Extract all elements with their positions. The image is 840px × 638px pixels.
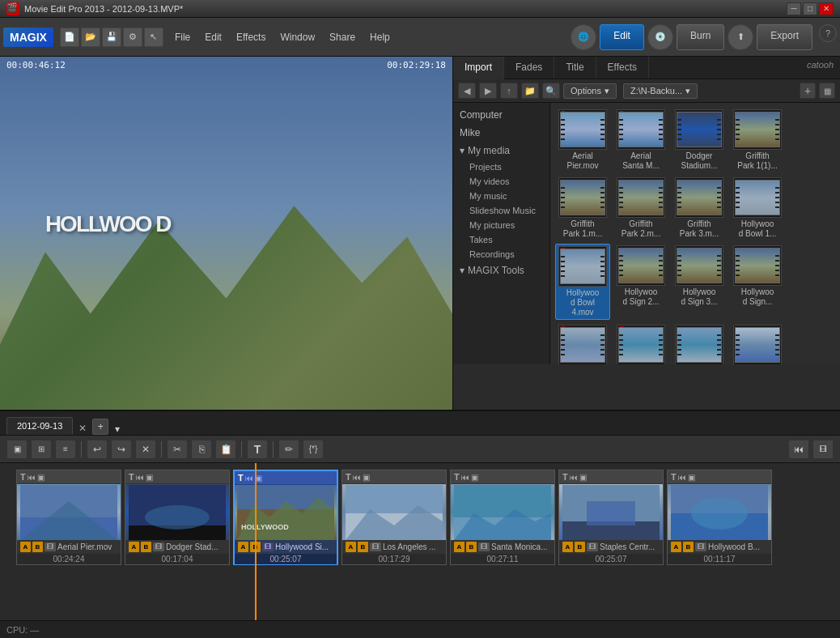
undo-btn[interactable]: ↩ xyxy=(87,440,108,459)
maximize-button[interactable]: □ xyxy=(803,2,817,15)
close-button[interactable]: ✕ xyxy=(819,2,834,15)
tree-mypictures[interactable]: My pictures xyxy=(453,218,549,232)
tree-myvideos[interactable]: My videos xyxy=(453,174,549,189)
tree-mymusic[interactable]: My music xyxy=(453,189,549,203)
new-button[interactable]: 📄 xyxy=(60,28,79,47)
clip-staples[interactable]: T ⏮ ▣ A B 🎞 Staples Centr... xyxy=(558,470,664,565)
file-griffith-park1[interactable]: GriffithPark 1(1)... xyxy=(730,108,785,172)
up-button[interactable]: ↑ xyxy=(500,83,518,99)
burn-mode-button[interactable]: Burn xyxy=(677,24,724,50)
svg-point-21 xyxy=(691,497,748,530)
clip-name: Aerial Pier.mov xyxy=(57,542,117,551)
tree-mymedia[interactable]: ▾ My media xyxy=(453,142,549,160)
menu-file[interactable]: File xyxy=(168,28,197,46)
text-btn[interactable]: T xyxy=(247,440,268,459)
prev-scene-btn[interactable]: ⏮ xyxy=(788,440,809,459)
open-button[interactable]: 📂 xyxy=(81,28,100,47)
file-losangeles[interactable]: LosAngeles ... xyxy=(555,323,610,364)
delete-btn[interactable]: ✕ xyxy=(135,440,156,459)
view-mode-btn[interactable]: ▣ xyxy=(6,440,28,459)
grid-view-button[interactable]: ▦ xyxy=(819,83,835,99)
file-hwbowl1[interactable]: Hollywood Bowl 1... xyxy=(730,176,785,240)
tree-magixtools[interactable]: ▾ MAGIX Tools xyxy=(453,262,549,279)
timeline-section: 2012-09-13 ✕ + ▾ ▣ ⊞ ≡ ↩ ↪ ✕ ✂ ⎘ 📋 T ✏ {… xyxy=(0,410,840,620)
tree-projects[interactable]: Projects xyxy=(453,160,549,174)
export-mode-button[interactable]: Export xyxy=(757,24,812,50)
file-hwbowl4[interactable]: Hollywood Bowl4.mov xyxy=(555,244,610,320)
clip-b-badge: B xyxy=(32,542,43,552)
tab-import[interactable]: Import xyxy=(453,57,504,79)
timeline-add-tab[interactable]: + xyxy=(92,419,108,435)
clip-footer: A B 🎞 Dodger Stad... xyxy=(125,540,229,554)
timeline-tab[interactable]: 2012-09-13 xyxy=(6,417,73,435)
film-mode-btn[interactable]: 🎞 xyxy=(812,440,834,459)
menu-window[interactable]: Window xyxy=(274,28,321,46)
clip-footer: A B 🎞 Hollywood B... xyxy=(668,540,771,554)
cut-btn[interactable]: ✂ xyxy=(167,440,188,459)
internet-button[interactable]: 🌐 xyxy=(571,24,596,50)
list-view-btn[interactable]: ≡ xyxy=(55,440,76,459)
minimize-button[interactable]: ─ xyxy=(787,2,801,15)
tree-mike[interactable]: Mike xyxy=(453,124,549,142)
file-hwsign2[interactable]: Hollywood Sign 2... xyxy=(613,244,668,320)
settings-button[interactable]: ⚙ xyxy=(123,28,142,47)
clip-losangeles[interactable]: T ⏮ ▣ A B 🎞 Los Angeles ... xyxy=(342,470,447,565)
add-button[interactable]: + xyxy=(800,83,816,99)
draw-btn[interactable]: ✏ xyxy=(278,440,299,459)
timeline-track[interactable]: T ⏮ ▣ A B 🎞 Aerial Pier.mov xyxy=(0,463,840,620)
thumb-hwsign xyxy=(733,245,782,286)
file-hwsign3[interactable]: Hollywood Sign 3... xyxy=(672,244,727,320)
clip-hollywood[interactable]: T ⏮ ▣ HOLLYWOOD A B 🎞 Hollywoo xyxy=(233,470,338,565)
file-griffith1[interactable]: GriffithPark 1.m... xyxy=(555,176,610,240)
file-dodger[interactable]: DodgerStadium... xyxy=(672,108,727,172)
clip-name: Dodger Stad... xyxy=(166,542,226,551)
cursor-button[interactable]: ↖ xyxy=(144,28,163,47)
tab-effects[interactable]: Effects xyxy=(596,57,649,79)
clip-santamonica[interactable]: T ⏮ ▣ A B 🎞 Santa Monica... xyxy=(450,470,555,565)
folder-button[interactable]: 📁 xyxy=(521,83,539,99)
file-aerial-santa[interactable]: AerialSanta M... xyxy=(613,108,668,172)
file-hwsign[interactable]: Hollywood Sign... xyxy=(730,244,785,320)
menu-help[interactable]: Help xyxy=(363,28,397,46)
menu-share[interactable]: Share xyxy=(323,28,362,46)
storyboard-btn[interactable]: ⊞ xyxy=(31,440,52,459)
path-dropdown[interactable]: Z:\N-Backu... ▾ xyxy=(623,83,698,99)
menu-effects[interactable]: Effects xyxy=(230,28,272,46)
tree-recordings[interactable]: Recordings xyxy=(453,247,549,262)
file-griffith2[interactable]: GriffithPark 2.m... xyxy=(613,176,668,240)
forward-button[interactable]: ▶ xyxy=(479,83,497,99)
file-staples[interactable]: StaplesCentre... xyxy=(730,323,785,364)
back-button[interactable]: ◀ xyxy=(458,83,476,99)
thumbnail-svg xyxy=(454,485,551,540)
file-santamonica1[interactable]: SantaMonica ... xyxy=(613,323,668,364)
help-icon[interactable]: ? xyxy=(819,24,837,42)
clip-ab-badge: A xyxy=(129,542,139,552)
clip-aerial-pier[interactable]: T ⏮ ▣ A B 🎞 Aerial Pier.mov xyxy=(16,470,121,565)
timeline-tab-close[interactable]: ✕ xyxy=(76,422,89,435)
tree-takes[interactable]: Takes xyxy=(453,232,549,247)
timeline-tab-arrow[interactable]: ▾ xyxy=(115,423,120,435)
save-button[interactable]: 💾 xyxy=(102,28,121,47)
tree-slideshowmusic[interactable]: Slideshow Music xyxy=(453,203,549,218)
clip-duration: 00:17:29 xyxy=(342,554,446,564)
redo-btn[interactable]: ↪ xyxy=(111,440,132,459)
right-controls: ⏮ 🎞 xyxy=(788,440,834,459)
fx-btn[interactable]: {*} xyxy=(303,440,324,459)
menu-edit[interactable]: Edit xyxy=(198,28,228,46)
clip-dodger[interactable]: T ⏮ ▣ A B 🎞 Dodger Stad... xyxy=(125,470,230,565)
file-aerial-pier[interactable]: AerialPier.mov xyxy=(555,108,610,172)
edit-mode-button[interactable]: Edit xyxy=(600,24,644,50)
tree-computer[interactable]: Computer xyxy=(453,106,549,124)
options-dropdown[interactable]: Options ▾ xyxy=(563,83,617,99)
timecode-current: 00:00:46:12 xyxy=(6,60,66,70)
clip-hwbowl[interactable]: T ⏮ ▣ A B 🎞 Hollywood B... xyxy=(667,470,772,565)
export-icon[interactable]: ⬆ xyxy=(728,24,753,50)
copy-btn[interactable]: ⎘ xyxy=(191,440,212,459)
burn-icon[interactable]: 💿 xyxy=(647,24,673,50)
search-button[interactable]: 🔍 xyxy=(542,83,560,99)
paste-btn[interactable]: 📋 xyxy=(215,440,236,459)
file-griffith3[interactable]: GriffithPark 3.m... xyxy=(672,176,727,240)
tab-title[interactable]: Title xyxy=(554,57,596,79)
file-santamonica2[interactable]: SantaMonica ... xyxy=(672,323,727,364)
tab-fades[interactable]: Fades xyxy=(504,57,554,79)
